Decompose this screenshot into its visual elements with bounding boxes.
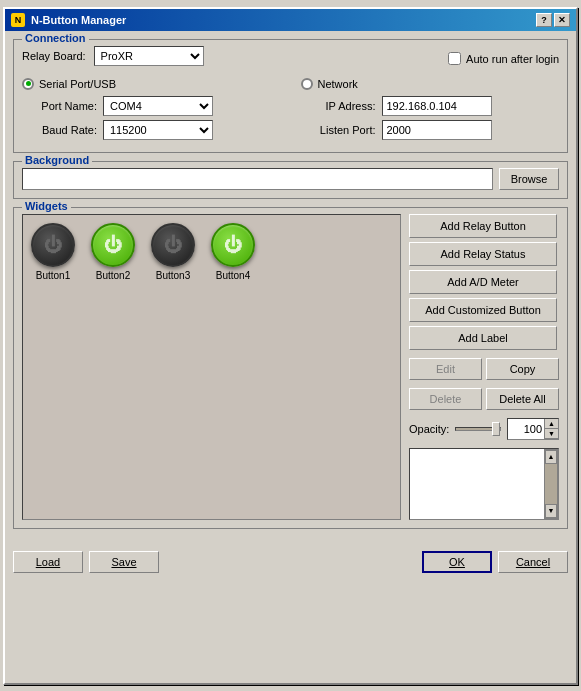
spinbox-arrows: ▲ ▼ (544, 419, 558, 439)
relay-board-row: Relay Board: ProXR (22, 46, 204, 66)
connection-grid: Serial Port/USB Port Name: COM4 Baud Rat… (22, 78, 559, 144)
delete-all-button[interactable]: Delete All (486, 388, 559, 410)
bottom-buttons: Load Save OK Cancel (5, 545, 576, 579)
button1-icon: ⏻ (31, 223, 75, 267)
port-name-row: Port Name: COM4 (22, 96, 281, 116)
scroll-up-button[interactable]: ▲ (545, 450, 557, 464)
background-group: Background Browse (13, 161, 568, 199)
add-ad-meter-button[interactable]: Add A/D Meter (409, 270, 557, 294)
add-relay-status-button[interactable]: Add Relay Status (409, 242, 557, 266)
titlebar-buttons: ? ✕ (536, 13, 570, 27)
ip-address-label: IP Adress: (301, 100, 376, 112)
connection-top-row: Relay Board: ProXR Auto run after login (22, 46, 559, 72)
slider-thumb (492, 422, 500, 436)
relay-board-select[interactable]: ProXR (94, 46, 204, 66)
opacity-row: Opacity: ▲ ▼ (409, 418, 559, 440)
preview-scrollbar[interactable]: ▲ ▼ (544, 449, 558, 519)
serial-section: Serial Port/USB Port Name: COM4 Baud Rat… (22, 78, 281, 144)
preview-content (410, 449, 544, 519)
widgets-area: ⏻ Button1 ⏻ Button2 ⏻ (22, 214, 559, 520)
baud-rate-row: Baud Rate: 115200 (22, 120, 281, 140)
list-item[interactable]: ⏻ Button1 (31, 223, 75, 281)
network-radio-row: Network (301, 78, 560, 90)
baud-rate-select[interactable]: 115200 (103, 120, 213, 140)
baud-rate-label: Baud Rate: (22, 124, 97, 136)
opacity-spinbox: ▲ ▼ (507, 418, 559, 440)
widgets-canvas[interactable]: ⏻ Button1 ⏻ Button2 ⏻ (22, 214, 401, 520)
bottom-left-buttons: Load Save (13, 551, 159, 573)
titlebar-title: N N-Button Manager (11, 13, 126, 27)
background-input[interactable] (22, 168, 493, 190)
button1-label: Button1 (36, 270, 70, 281)
ip-address-input[interactable] (382, 96, 492, 116)
browse-button[interactable]: Browse (499, 168, 559, 190)
network-section: Network IP Adress: Listen Port: (301, 78, 560, 144)
button4-label: Button4 (216, 270, 250, 281)
app-icon: N (11, 13, 25, 27)
listen-port-input[interactable] (382, 120, 492, 140)
background-label: Background (22, 154, 92, 166)
add-relay-button[interactable]: Add Relay Button (409, 214, 557, 238)
listen-port-row: Listen Port: (301, 120, 560, 140)
listen-port-label: Listen Port: (301, 124, 376, 136)
cancel-button[interactable]: Cancel (498, 551, 568, 573)
edit-delete-row: Edit Copy (409, 358, 559, 380)
relay-board-label: Relay Board: (22, 50, 86, 62)
connection-group: Connection Relay Board: ProXR Auto run a… (13, 39, 568, 153)
network-label: Network (318, 78, 358, 90)
bottom-right-buttons: OK Cancel (422, 551, 568, 573)
main-window: N N-Button Manager ? ✕ Connection Relay … (3, 7, 578, 685)
auto-run-row: Auto run after login (448, 52, 559, 65)
opacity-slider[interactable] (455, 427, 501, 431)
ok-button[interactable]: OK (422, 551, 492, 573)
connection-label: Connection (22, 32, 89, 44)
button-icons: ⏻ Button1 ⏻ Button2 ⏻ (31, 223, 392, 281)
port-name-select[interactable]: COM4 (103, 96, 213, 116)
window-title: N-Button Manager (31, 14, 126, 26)
button3-icon: ⏻ (151, 223, 195, 267)
serial-radio[interactable] (22, 78, 34, 90)
auto-run-label: Auto run after login (466, 53, 559, 65)
port-name-label: Port Name: (22, 100, 97, 112)
serial-label: Serial Port/USB (39, 78, 116, 90)
opacity-value[interactable] (508, 419, 544, 439)
button2-label: Button2 (96, 270, 130, 281)
list-item[interactable]: ⏻ Button3 (151, 223, 195, 281)
titlebar: N N-Button Manager ? ✕ (5, 9, 576, 31)
list-item[interactable]: ⏻ Button4 (211, 223, 255, 281)
button3-label: Button3 (156, 270, 190, 281)
ip-address-row: IP Adress: (301, 96, 560, 116)
delete-button[interactable]: Delete (409, 388, 482, 410)
add-label-button[interactable]: Add Label (409, 326, 557, 350)
list-item[interactable]: ⏻ Button2 (91, 223, 135, 281)
button2-icon: ⏻ (91, 223, 135, 267)
widgets-buttons: Add Relay Button Add Relay Status Add A/… (409, 214, 559, 520)
scroll-down-button[interactable]: ▼ (545, 504, 557, 518)
delete-row: Delete Delete All (409, 388, 559, 410)
load-button[interactable]: Load (13, 551, 83, 573)
save-button[interactable]: Save (89, 551, 159, 573)
edit-button[interactable]: Edit (409, 358, 482, 380)
spin-up-button[interactable]: ▲ (544, 419, 558, 429)
close-button[interactable]: ✕ (554, 13, 570, 27)
network-radio[interactable] (301, 78, 313, 90)
add-customized-button[interactable]: Add Customized Button (409, 298, 557, 322)
copy-button[interactable]: Copy (486, 358, 559, 380)
spin-down-button[interactable]: ▼ (544, 429, 558, 439)
widgets-label: Widgets (22, 200, 71, 212)
serial-radio-row: Serial Port/USB (22, 78, 281, 90)
opacity-label: Opacity: (409, 423, 449, 435)
button4-icon: ⏻ (211, 223, 255, 267)
widgets-group: Widgets ⏻ Button1 ⏻ (13, 207, 568, 529)
auto-run-checkbox[interactable] (448, 52, 461, 65)
content-area: Connection Relay Board: ProXR Auto run a… (5, 31, 576, 545)
text-preview: ▲ ▼ (409, 448, 559, 520)
scroll-track (545, 464, 557, 504)
background-row: Browse (22, 168, 559, 190)
help-button[interactable]: ? (536, 13, 552, 27)
